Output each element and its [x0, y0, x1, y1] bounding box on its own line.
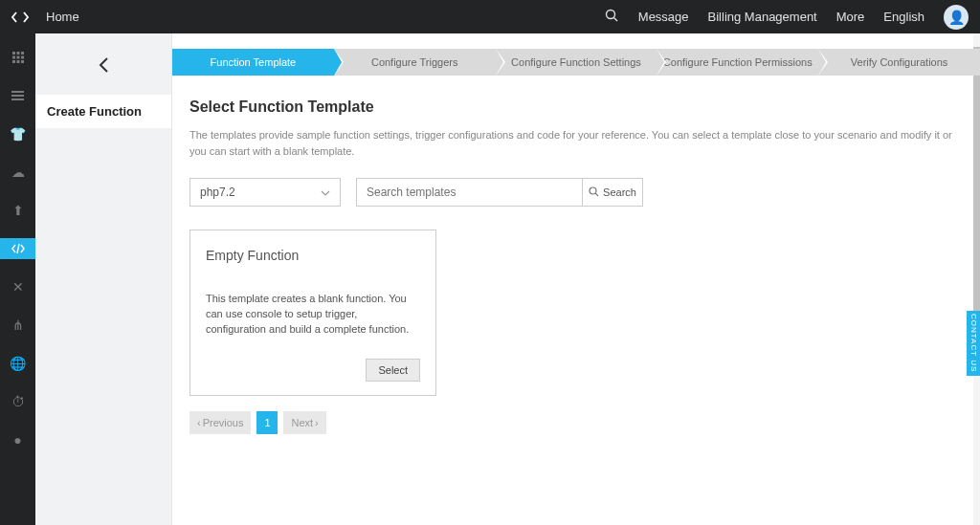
svg-line-15 [595, 193, 598, 196]
more-link[interactable]: More [836, 10, 865, 24]
svg-rect-5 [12, 56, 15, 59]
step-verify-configurations[interactable]: Verify Configurations [818, 49, 980, 76]
rail-upload-icon[interactable]: ⬆ [0, 200, 35, 221]
message-link[interactable]: Message [638, 10, 689, 24]
back-button[interactable] [35, 56, 171, 74]
svg-rect-2 [12, 52, 15, 55]
logo-icon[interactable] [11, 11, 29, 24]
step-function-permissions[interactable]: Configure Function Permissions [657, 49, 818, 76]
home-link[interactable]: Home [46, 10, 79, 24]
create-function-item[interactable]: Create Function [35, 95, 171, 128]
step-configure-triggers[interactable]: Configure Triggers [334, 49, 496, 76]
search-input[interactable] [356, 178, 582, 207]
search-button-label: Search [603, 186, 636, 198]
step-function-settings[interactable]: Configure Function Settings [496, 49, 657, 76]
svg-line-1 [613, 17, 617, 21]
search-icon[interactable] [605, 9, 619, 26]
page-1-button[interactable]: 1 [256, 411, 278, 434]
rail-code-icon[interactable] [0, 238, 35, 259]
svg-rect-9 [16, 60, 19, 63]
svg-rect-7 [21, 56, 24, 59]
language-link[interactable]: English [883, 10, 924, 24]
svg-rect-8 [12, 60, 15, 63]
rail-cloud-icon[interactable]: ☁ [0, 162, 35, 183]
svg-rect-12 [11, 95, 24, 97]
scrollbar[interactable] [973, 33, 980, 525]
chevron-left-icon: ‹ [197, 417, 201, 428]
rail-globe-icon[interactable]: 🌐 [0, 353, 35, 374]
svg-rect-11 [11, 91, 24, 93]
svg-point-0 [606, 10, 614, 18]
contact-us-tab[interactable]: CONTACT US [967, 311, 980, 376]
previous-button[interactable]: ‹ Previous [189, 411, 251, 434]
svg-rect-3 [16, 52, 19, 55]
svg-rect-10 [21, 60, 24, 63]
content-area: Function Template Configure Triggers Con… [172, 33, 980, 525]
rail-cross-icon[interactable]: ✕ [0, 276, 35, 297]
next-button[interactable]: Next › [283, 411, 325, 434]
rail-list-icon[interactable] [0, 85, 35, 106]
rail-nodes-icon[interactable]: ⋔ [0, 315, 35, 336]
pagination: ‹ Previous 1 Next › [189, 411, 963, 434]
select-template-button[interactable]: Select [366, 359, 420, 382]
wizard-steps: Function Template Configure Triggers Con… [172, 49, 980, 76]
previous-label: Previous [203, 417, 244, 428]
svg-rect-6 [16, 56, 19, 59]
template-card: Empty Function This template creates a b… [189, 230, 436, 396]
search-button[interactable]: Search [582, 178, 643, 207]
chevron-down-icon [321, 186, 330, 199]
runtime-select[interactable]: php7.2 [189, 178, 341, 207]
svg-rect-13 [11, 98, 24, 100]
chevron-right-icon: › [315, 417, 319, 428]
billing-link[interactable]: Billing Management [708, 10, 817, 24]
svg-rect-4 [21, 52, 24, 55]
template-card-title: Empty Function [206, 248, 420, 263]
rail-shirt-icon[interactable]: 👕 [0, 123, 35, 144]
svg-point-14 [590, 187, 596, 194]
top-navigation: Home Message Billing Management More Eng… [0, 0, 980, 33]
avatar[interactable]: 👤 [944, 5, 969, 30]
rail-dot-icon[interactable]: ● [0, 429, 35, 450]
next-label: Next [291, 417, 313, 428]
page-title: Select Function Template [189, 98, 963, 116]
runtime-value: php7.2 [200, 186, 235, 199]
step-function-template[interactable]: Function Template [172, 49, 334, 76]
rail-misc-icon[interactable]: ⏱ [0, 391, 35, 412]
search-icon [589, 186, 599, 199]
template-card-description: This template creates a blank function. … [206, 292, 420, 338]
rail-apps-icon[interactable] [0, 47, 35, 68]
left-panel: Create Function [35, 33, 172, 525]
page-description: The templates provide sample function se… [189, 127, 963, 159]
side-rail: 👕 ☁ ⬆ ✕ ⋔ 🌐 ⏱ ● [0, 33, 35, 525]
